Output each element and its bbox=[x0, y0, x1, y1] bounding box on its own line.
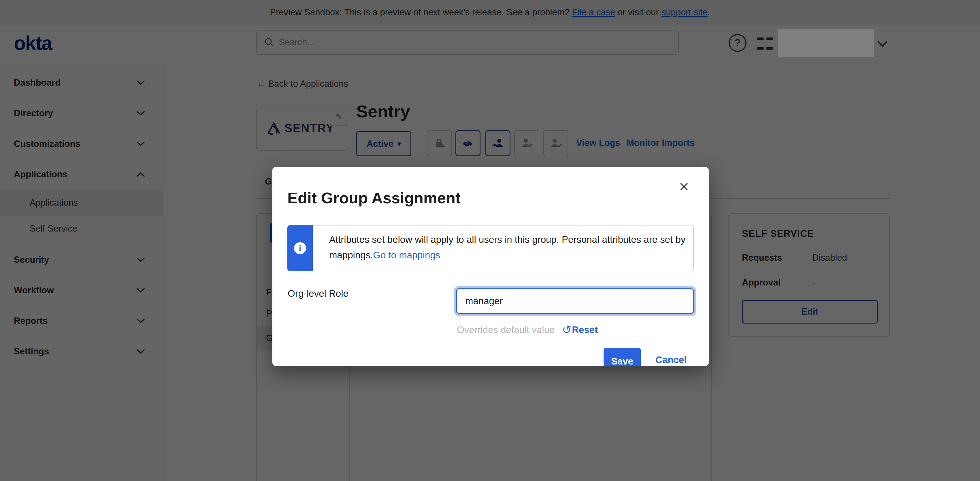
go-to-mappings-link[interactable]: Go to mappings bbox=[373, 250, 440, 260]
overrides-default-text: Overrides default value bbox=[457, 325, 555, 335]
info-callout-text: Attributes set below will apply to all u… bbox=[329, 232, 687, 263]
field-helper-row: Overrides default value↺Reset bbox=[457, 323, 598, 336]
info-callout: i Attributes set below will apply to all… bbox=[287, 225, 694, 271]
org-level-role-label: Org-level Role bbox=[288, 288, 348, 299]
reset-icon: ↺ bbox=[562, 323, 571, 336]
edit-group-assignment-modal: Edit Group Assignment i Attributes set b… bbox=[272, 167, 709, 366]
modal-title: Edit Group Assignment bbox=[287, 189, 461, 207]
org-level-role-input[interactable] bbox=[456, 288, 694, 314]
close-icon[interactable] bbox=[678, 181, 690, 192]
user-menu-redacted[interactable] bbox=[778, 29, 874, 57]
reset-link[interactable]: ↺Reset bbox=[555, 323, 598, 336]
info-callout-stripe: i bbox=[287, 225, 313, 271]
cancel-button[interactable]: Cancel bbox=[655, 354, 687, 365]
info-icon: i bbox=[294, 242, 306, 254]
save-button[interactable]: Save bbox=[604, 348, 641, 366]
